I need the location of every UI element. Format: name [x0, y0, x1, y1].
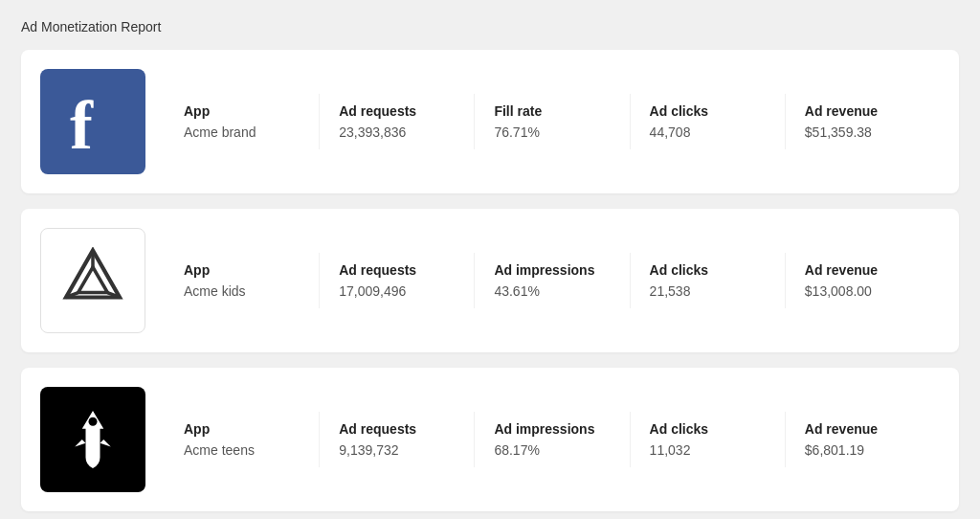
stat-label-ad-clicks-brand: Ad clicks — [650, 103, 766, 119]
stat-value-app-kids: Acme kids — [184, 283, 300, 299]
stat-label-fill-rate-brand: Fill rate — [494, 103, 610, 119]
stat-label-app-brand: App — [184, 103, 300, 119]
stat-cell-app-brand: App Acme brand — [165, 94, 319, 149]
stat-cell-ad-clicks-brand: Ad clicks 44,708 — [630, 94, 785, 149]
card-acme-teens: App Acme teens Ad requests 9,139,732 Ad … — [21, 368, 959, 511]
stat-cell-ad-impressions-kids: Ad impressions 43.61% — [474, 253, 629, 308]
stat-value-ad-impressions-teens: 68.17% — [494, 442, 610, 458]
stat-cell-ad-requests-kids: Ad requests 17,009,496 — [319, 253, 474, 308]
stat-label-ad-impressions-kids: Ad impressions — [494, 262, 610, 278]
stats-grid-acme-brand: App Acme brand Ad requests 23,393,836 Fi… — [165, 94, 940, 149]
stat-label-ad-requests-teens: Ad requests — [339, 421, 455, 437]
stat-cell-ad-impressions-teens: Ad impressions 68.17% — [474, 412, 629, 467]
stat-cell-app-teens: App Acme teens — [165, 412, 319, 467]
stat-label-ad-impressions-teens: Ad impressions — [494, 421, 610, 437]
stat-label-ad-revenue-kids: Ad revenue — [805, 262, 921, 278]
report-container: Ad Monetization Report f App Acme brand … — [21, 19, 959, 519]
stat-cell-ad-revenue-teens: Ad revenue $6,801.19 — [785, 412, 940, 467]
stat-value-ad-impressions-kids: 43.61% — [494, 283, 610, 299]
stat-label-ad-revenue-brand: Ad revenue — [805, 103, 921, 119]
stat-cell-app-kids: App Acme kids — [165, 253, 319, 308]
stat-value-ad-clicks-brand: 44,708 — [650, 124, 766, 140]
svg-text:f: f — [70, 87, 94, 160]
stats-grid-acme-teens: App Acme teens Ad requests 9,139,732 Ad … — [165, 412, 940, 467]
logo-unity — [40, 228, 145, 333]
stat-value-ad-clicks-teens: 11,032 — [650, 442, 766, 458]
stat-value-fill-rate-brand: 76.71% — [494, 124, 610, 140]
stat-value-app-brand: Acme brand — [184, 124, 300, 140]
card-acme-kids: App Acme kids Ad requests 17,009,496 Ad … — [21, 209, 959, 352]
stat-value-ad-requests-kids: 17,009,496 — [339, 283, 455, 299]
stat-label-ad-requests-kids: Ad requests — [339, 262, 455, 278]
stat-label-ad-revenue-teens: Ad revenue — [805, 421, 921, 437]
stat-cell-ad-requests-brand: Ad requests 23,393,836 — [319, 94, 474, 149]
stat-value-ad-requests-teens: 9,139,732 — [339, 442, 455, 458]
stat-value-ad-clicks-kids: 21,538 — [650, 283, 766, 299]
stat-label-ad-clicks-kids: Ad clicks — [650, 262, 766, 278]
stat-cell-ad-clicks-kids: Ad clicks 21,538 — [630, 253, 785, 308]
stat-value-app-teens: Acme teens — [184, 442, 300, 458]
stat-cell-ad-clicks-teens: Ad clicks 11,032 — [630, 412, 785, 467]
stat-label-app-kids: App — [184, 262, 300, 278]
logo-facebook: f — [40, 69, 145, 174]
logo-teens — [40, 387, 145, 492]
stat-cell-ad-requests-teens: Ad requests 9,139,732 — [319, 412, 474, 467]
stat-value-ad-requests-brand: 23,393,836 — [339, 124, 455, 140]
stat-value-ad-revenue-kids: $13,008.00 — [805, 283, 921, 299]
svg-point-6 — [89, 417, 98, 426]
stat-cell-ad-revenue-brand: Ad revenue $51,359.38 — [785, 94, 940, 149]
stat-label-ad-clicks-teens: Ad clicks — [650, 421, 766, 437]
stat-label-app-teens: App — [184, 421, 300, 437]
report-title: Ad Monetization Report — [21, 19, 959, 34]
card-acme-brand: f App Acme brand Ad requests 23,393,836 … — [21, 50, 959, 193]
stat-label-ad-requests-brand: Ad requests — [339, 103, 455, 119]
stat-cell-fill-rate-brand: Fill rate 76.71% — [474, 94, 629, 149]
stat-value-ad-revenue-brand: $51,359.38 — [805, 124, 921, 140]
stat-cell-ad-revenue-kids: Ad revenue $13,008.00 — [785, 253, 940, 308]
stat-value-ad-revenue-teens: $6,801.19 — [805, 442, 921, 458]
stats-grid-acme-kids: App Acme kids Ad requests 17,009,496 Ad … — [165, 253, 940, 308]
